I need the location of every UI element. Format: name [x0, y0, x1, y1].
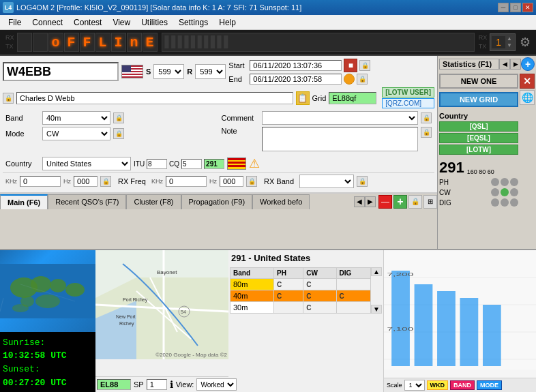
menu-settings[interactable]: Settings	[173, 16, 213, 29]
qrz-badge[interactable]: [QRZ.COM]	[382, 98, 434, 108]
menu-utilities[interactable]: Utilities	[136, 16, 173, 29]
tab-right-arrow[interactable]: ▶	[365, 196, 376, 207]
end-lock-icon[interactable]: 🔒	[357, 74, 368, 85]
tab-cluster[interactable]: Cluster (F8)	[126, 194, 181, 209]
new-grid-button[interactable]: NEW GRID	[439, 92, 518, 107]
table-scroll-down[interactable]: ▼	[371, 305, 382, 314]
seg-l: L	[95, 33, 110, 52]
note-label: Note	[222, 127, 259, 135]
sp-input[interactable]	[147, 379, 167, 390]
menu-file[interactable]: File	[3, 16, 27, 29]
start-red-button[interactable]: ■	[344, 59, 357, 72]
stats-add-button[interactable]: +	[521, 57, 535, 71]
start-end-section: Start ■ 🔒 End 🔒	[228, 59, 370, 85]
menu-help[interactable]: Help	[213, 16, 241, 29]
menu-connect[interactable]: Connect	[27, 16, 68, 29]
ph-dot-2	[501, 178, 509, 186]
start-lock-icon[interactable]: 🔒	[359, 60, 370, 71]
scale-label: Scale	[387, 382, 402, 389]
map-info-icon[interactable]: ℹ	[170, 379, 173, 390]
mode-button[interactable]: MODE	[477, 380, 502, 390]
seg-o: o	[48, 33, 63, 52]
tab-recent-qso[interactable]: Recent QSO's (F7)	[48, 194, 126, 209]
signal-graph-svg: 7,200 7,100	[384, 250, 536, 370]
grid-toolbar-icon[interactable]: ⊞	[423, 195, 437, 209]
maximize-button[interactable]: □	[510, 3, 521, 12]
close-button[interactable]: ✕	[522, 3, 533, 12]
band-lock-icon[interactable]: 🔒	[113, 112, 124, 123]
tab-worked[interactable]: Worked befo	[252, 194, 310, 209]
country-select[interactable]: United States	[42, 157, 131, 170]
x-button[interactable]: ✕	[520, 74, 535, 89]
dxcc-input[interactable]	[204, 159, 224, 169]
menu-contest[interactable]: Contest	[68, 16, 107, 29]
new-one-button[interactable]: NEW ONE	[439, 74, 518, 89]
spinner-down[interactable]: ▼	[505, 42, 513, 49]
freq-khz-input[interactable]	[20, 176, 61, 187]
window-controls: ─ □ ✕	[498, 3, 533, 12]
scale-row: Scale 1x WKD BAND MODE	[384, 378, 536, 392]
band-select[interactable]: 40m	[42, 111, 110, 125]
wkd-button[interactable]: WKD	[427, 380, 449, 390]
left-panel: S 599 R 599 Start ■ 🔒	[0, 56, 437, 249]
table-scroll-up[interactable]: ▲	[371, 267, 382, 276]
svg-point-5	[35, 295, 60, 308]
stats-header: Statistics (F1) ◀ ▶ +	[439, 57, 535, 71]
globe-icon[interactable]: 🌐	[520, 90, 535, 105]
lotw-stat-badge: [LOTW]	[439, 145, 518, 155]
rxband-lock-icon[interactable]: 🔒	[357, 176, 368, 187]
cq-input[interactable]	[181, 159, 202, 169]
comment-select[interactable]	[262, 111, 419, 125]
lock-toolbar-icon[interactable]: 🔒	[408, 195, 422, 209]
minimize-button[interactable]: ─	[498, 3, 509, 12]
scale-select[interactable]: 1x	[404, 380, 425, 391]
s-label: S	[146, 67, 151, 76]
country-flag	[121, 65, 143, 78]
name-lock-icon[interactable]: 🔒	[3, 93, 14, 104]
spinner-up[interactable]: ▲	[505, 35, 513, 42]
paper-icon[interactable]: 📋	[296, 91, 310, 105]
dig-dot-1	[491, 198, 499, 207]
comment-lock-icon[interactable]: 🔒	[421, 112, 432, 123]
s-rst-select[interactable]: 599	[153, 64, 184, 79]
settings-gear-icon[interactable]: ⚙	[520, 35, 531, 50]
green-plus-button[interactable]: +	[393, 195, 407, 209]
callsign-input[interactable]	[3, 62, 119, 81]
freq-row: KHz Hz 🔒 RX Freq KHz Hz 🔒 RX Band 🔒	[3, 172, 434, 190]
name-input[interactable]	[16, 92, 293, 104]
stats-left-arrow[interactable]: ◀	[499, 59, 510, 70]
rxband-select[interactable]	[299, 175, 354, 188]
itu-input[interactable]	[147, 159, 167, 169]
rxfreq-hz-input[interactable]	[220, 176, 243, 187]
end-datetime-input[interactable]	[250, 74, 342, 85]
view-select[interactable]: Worked	[196, 378, 237, 391]
note-row: Note 🔒	[222, 127, 432, 151]
note-lock-icon[interactable]: 🔒	[421, 127, 432, 138]
red-minus-button[interactable]: —	[378, 195, 392, 209]
rxfreq-lock-icon[interactable]: 🔒	[246, 176, 257, 187]
note-textarea[interactable]	[262, 127, 419, 151]
r-rst-select[interactable]: 599	[195, 64, 226, 79]
band-button[interactable]: BAND	[450, 380, 475, 390]
right-fields: Comment 🔒 Note 🔒	[219, 110, 435, 155]
seg-i: I	[111, 33, 126, 52]
freq-lock-icon[interactable]: 🔒	[100, 176, 111, 187]
stats-right-arrow[interactable]: ▶	[510, 59, 521, 70]
tab-main[interactable]: Main (F6)	[0, 194, 48, 209]
sunrise-label: Sunrise:	[3, 337, 93, 348]
itu-cq-section: ITU CQ	[134, 159, 224, 169]
mode-select[interactable]: CW	[42, 127, 110, 140]
end-row: End 🔒	[228, 74, 370, 85]
start-datetime-input[interactable]	[250, 60, 342, 71]
el88-input[interactable]	[97, 379, 131, 390]
spinner-arrows[interactable]: ▲ ▼	[505, 35, 513, 48]
mode-lock-icon[interactable]: 🔒	[113, 128, 124, 139]
grid-input[interactable]	[329, 92, 376, 104]
band-table: Band PH CW DIG 80m C C	[230, 267, 371, 314]
freq-hz-input[interactable]	[74, 176, 98, 187]
menu-view[interactable]: View	[107, 16, 136, 29]
ph-dot-1	[491, 178, 499, 186]
tab-left-arrow[interactable]: ◀	[354, 196, 365, 207]
rxfreq-khz-input[interactable]	[166, 176, 207, 187]
tab-propagation[interactable]: Propagation (F9)	[181, 194, 253, 209]
